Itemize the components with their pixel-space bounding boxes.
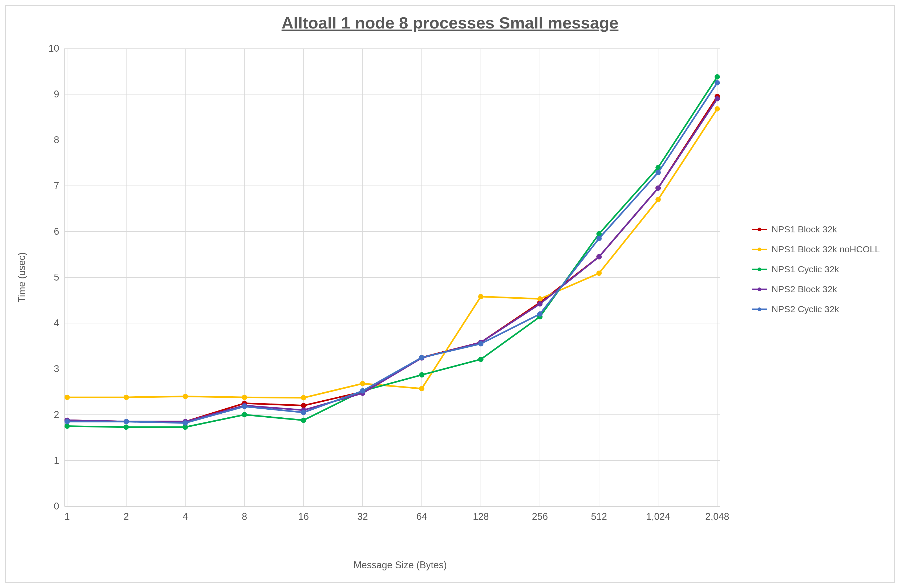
legend-label: NPS2 Block 32k bbox=[771, 284, 837, 294]
plot-area bbox=[65, 48, 736, 525]
svg-point-83 bbox=[655, 170, 661, 175]
svg-point-53 bbox=[301, 418, 306, 423]
svg-point-77 bbox=[301, 410, 306, 415]
legend-item: NPS1 Block 32k noHCOLL bbox=[752, 244, 880, 254]
svg-point-81 bbox=[537, 311, 543, 317]
y-tick-label: 3 bbox=[40, 363, 59, 374]
y-axis-label: Time (usec) bbox=[16, 252, 28, 303]
svg-point-29 bbox=[301, 403, 306, 409]
y-tick-label: 1 bbox=[40, 455, 59, 466]
svg-point-82 bbox=[596, 236, 602, 241]
legend-label: NPS1 Cyclic 32k bbox=[771, 264, 839, 274]
x-axis-label: Message Size (Bytes) bbox=[354, 560, 447, 571]
legend-swatch bbox=[752, 249, 767, 250]
svg-point-46 bbox=[596, 271, 602, 276]
legend-swatch bbox=[752, 308, 767, 310]
y-tick-label: 5 bbox=[40, 272, 59, 283]
svg-point-40 bbox=[242, 395, 247, 400]
y-tick-label: 4 bbox=[40, 317, 59, 329]
svg-point-75 bbox=[183, 420, 188, 426]
y-tick-label: 2 bbox=[40, 409, 59, 420]
y-tick-label: 10 bbox=[40, 43, 59, 54]
svg-point-73 bbox=[65, 419, 70, 424]
svg-point-37 bbox=[65, 395, 70, 400]
svg-point-47 bbox=[655, 197, 661, 202]
svg-point-39 bbox=[183, 394, 188, 399]
legend-label: NPS1 Block 32k bbox=[771, 224, 837, 235]
svg-point-76 bbox=[242, 404, 247, 409]
svg-point-74 bbox=[124, 419, 129, 424]
svg-point-52 bbox=[242, 412, 247, 417]
svg-point-55 bbox=[419, 372, 424, 378]
legend: NPS1 Block 32kNPS1 Block 32k noHCOLLNPS1… bbox=[752, 224, 880, 324]
svg-point-41 bbox=[301, 395, 306, 400]
svg-point-71 bbox=[655, 186, 661, 191]
svg-point-69 bbox=[537, 301, 543, 306]
legend-item: NPS2 Cyclic 32k bbox=[752, 304, 880, 314]
svg-point-50 bbox=[124, 424, 129, 430]
chart-frame: Alltoall 1 node 8 processes Small messag… bbox=[5, 5, 895, 583]
legend-swatch bbox=[752, 269, 767, 270]
y-tick-label: 8 bbox=[40, 135, 59, 145]
svg-point-44 bbox=[478, 294, 484, 299]
svg-point-79 bbox=[419, 355, 424, 360]
svg-point-80 bbox=[478, 341, 484, 346]
svg-point-38 bbox=[124, 395, 129, 400]
svg-point-48 bbox=[715, 106, 720, 111]
y-tick-label: 9 bbox=[40, 89, 59, 100]
svg-point-42 bbox=[360, 381, 365, 386]
chart-title: Alltoall 1 node 8 processes Small messag… bbox=[6, 13, 894, 32]
svg-point-70 bbox=[596, 254, 602, 260]
legend-item: NPS1 Block 32k bbox=[752, 224, 880, 235]
svg-point-56 bbox=[478, 357, 484, 362]
svg-point-43 bbox=[419, 386, 424, 391]
y-tick-label: 0 bbox=[40, 501, 59, 512]
legend-label: NPS2 Cyclic 32k bbox=[771, 304, 839, 314]
y-tick-label: 7 bbox=[40, 180, 59, 191]
y-tick-label: 6 bbox=[40, 226, 59, 237]
legend-label: NPS1 Block 32k noHCOLL bbox=[771, 244, 880, 254]
svg-point-60 bbox=[715, 74, 720, 80]
legend-item: NPS1 Cyclic 32k bbox=[752, 264, 880, 274]
legend-item: NPS2 Block 32k bbox=[752, 284, 880, 294]
legend-swatch bbox=[752, 289, 767, 290]
svg-point-78 bbox=[360, 388, 365, 394]
svg-point-84 bbox=[715, 80, 720, 85]
svg-point-72 bbox=[715, 96, 720, 101]
plot-svg bbox=[65, 48, 736, 525]
svg-point-49 bbox=[65, 424, 70, 429]
legend-swatch bbox=[752, 229, 767, 230]
svg-point-45 bbox=[537, 296, 543, 302]
